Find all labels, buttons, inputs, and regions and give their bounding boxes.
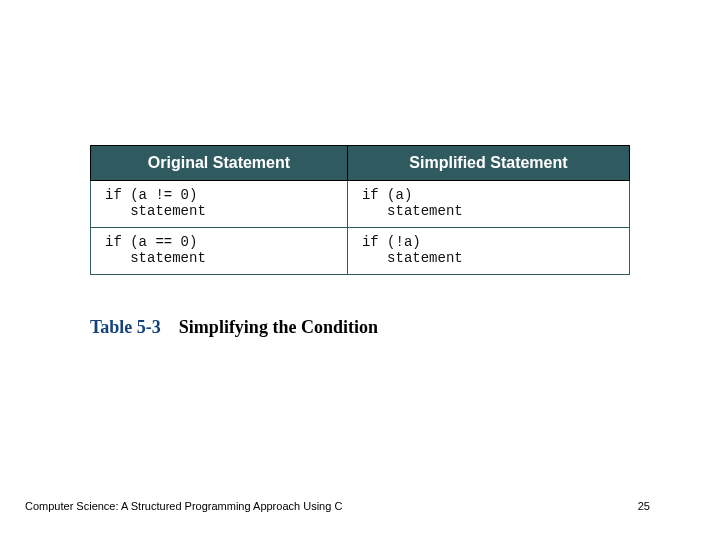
footer-text: Computer Science: A Structured Programmi… — [25, 500, 342, 512]
caption-title: Simplifying the Condition — [179, 317, 378, 337]
cell-simplified: if (a) statement — [347, 181, 629, 228]
simplify-table: Original Statement Simplified Statement … — [90, 145, 630, 275]
table-row: if (a != 0) statement if (a) statement — [91, 181, 630, 228]
slide: Original Statement Simplified Statement … — [0, 0, 720, 540]
col-header-original: Original Statement — [91, 146, 348, 181]
cell-simplified: if (!a) statement — [347, 228, 629, 275]
caption-label: Table 5-3 — [90, 317, 161, 337]
table-header-row: Original Statement Simplified Statement — [91, 146, 630, 181]
table-caption: Table 5-3 Simplifying the Condition — [90, 317, 378, 338]
cell-original: if (a != 0) statement — [91, 181, 348, 228]
table-row: if (a == 0) statement if (!a) statement — [91, 228, 630, 275]
cell-original: if (a == 0) statement — [91, 228, 348, 275]
page-number: 25 — [638, 500, 650, 512]
table-container: Original Statement Simplified Statement … — [90, 145, 630, 275]
col-header-simplified: Simplified Statement — [347, 146, 629, 181]
